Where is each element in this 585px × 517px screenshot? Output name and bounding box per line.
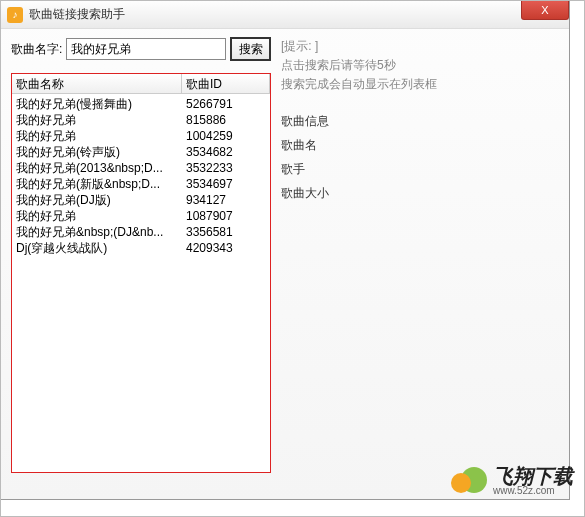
cell-name: 我的好兄弟	[16, 128, 186, 144]
app-window: ♪ 歌曲链接搜索助手 X 歌曲名字: 搜索 歌曲名称 歌曲ID 我的好兄弟(慢摇…	[0, 0, 570, 500]
cell-id: 1087907	[186, 208, 266, 224]
app-icon: ♪	[7, 7, 23, 23]
cell-name: 我的好兄弟(2013&nbsp;D...	[16, 160, 186, 176]
titlebar: ♪ 歌曲链接搜索助手 X	[1, 1, 569, 29]
close-icon: X	[541, 4, 548, 16]
close-button[interactable]: X	[521, 0, 569, 20]
hint-text: [提示: ] 点击搜索后请等待5秒 搜索完成会自动显示在列表框	[281, 37, 559, 95]
info-size: 歌曲大小	[281, 181, 559, 205]
table-row[interactable]: 我的好兄弟(铃声版)3534682	[12, 144, 270, 160]
cell-name: 我的好兄弟	[16, 112, 186, 128]
table-row[interactable]: 我的好兄弟(2013&nbsp;D...3532233	[12, 160, 270, 176]
cell-name: 我的好兄弟(铃声版)	[16, 144, 186, 160]
left-column: 歌曲名字: 搜索 歌曲名称 歌曲ID 我的好兄弟(慢摇舞曲)5266791 我的…	[11, 37, 271, 473]
logo-icon	[451, 463, 487, 499]
cell-id: 3356581	[186, 224, 266, 240]
hint-line: 点击搜索后请等待5秒	[281, 56, 559, 75]
logo-brand: 飞翔下载	[493, 465, 573, 487]
table-header: 歌曲名称 歌曲ID	[12, 74, 270, 94]
cell-id: 1004259	[186, 128, 266, 144]
right-column: [提示: ] 点击搜索后请等待5秒 搜索完成会自动显示在列表框 歌曲信息 歌曲名…	[281, 37, 559, 473]
table-row[interactable]: 我的好兄弟(慢摇舞曲)5266791	[12, 96, 270, 112]
logo-url: www.52z.com	[493, 486, 573, 496]
cell-name: 我的好兄弟	[16, 208, 186, 224]
search-button[interactable]: 搜索	[230, 37, 271, 61]
cell-name: Dj(穿越火线战队)	[16, 240, 186, 256]
cell-id: 3532233	[186, 160, 266, 176]
song-info-panel: 歌曲信息 歌曲名 歌手 歌曲大小	[281, 109, 559, 205]
hint-line: [提示: ]	[281, 37, 559, 56]
cell-name: 我的好兄弟&nbsp;(DJ&nb...	[16, 224, 186, 240]
cell-name: 我的好兄弟(慢摇舞曲)	[16, 96, 186, 112]
logo-text: 飞翔下载 www.52z.com	[493, 466, 573, 496]
table-body: 我的好兄弟(慢摇舞曲)5266791 我的好兄弟815886 我的好兄弟1004…	[12, 94, 270, 258]
hint-line: 搜索完成会自动显示在列表框	[281, 75, 559, 94]
cell-name: 我的好兄弟(DJ版)	[16, 192, 186, 208]
table-row[interactable]: 我的好兄弟(新版&nbsp;D...3534697	[12, 176, 270, 192]
table-row[interactable]: 我的好兄弟(DJ版)934127	[12, 192, 270, 208]
cell-id: 934127	[186, 192, 266, 208]
col-header-id[interactable]: 歌曲ID	[182, 74, 270, 93]
info-song-name: 歌曲名	[281, 133, 559, 157]
content-area: 歌曲名字: 搜索 歌曲名称 歌曲ID 我的好兄弟(慢摇舞曲)5266791 我的…	[1, 29, 569, 481]
cell-name: 我的好兄弟(新版&nbsp;D...	[16, 176, 186, 192]
table-row[interactable]: 我的好兄弟1087907	[12, 208, 270, 224]
table-row[interactable]: 我的好兄弟1004259	[12, 128, 270, 144]
info-heading: 歌曲信息	[281, 109, 559, 133]
info-artist: 歌手	[281, 157, 559, 181]
search-label: 歌曲名字:	[11, 41, 62, 58]
table-row[interactable]: 我的好兄弟815886	[12, 112, 270, 128]
cell-id: 5266791	[186, 96, 266, 112]
search-input[interactable]	[66, 38, 226, 60]
cell-id: 815886	[186, 112, 266, 128]
window-title: 歌曲链接搜索助手	[29, 6, 125, 23]
cell-id: 3534682	[186, 144, 266, 160]
watermark-logo: 飞翔下载 www.52z.com	[451, 463, 573, 499]
result-listbox[interactable]: 歌曲名称 歌曲ID 我的好兄弟(慢摇舞曲)5266791 我的好兄弟815886…	[11, 73, 271, 473]
table-row[interactable]: 我的好兄弟&nbsp;(DJ&nb...3356581	[12, 224, 270, 240]
col-header-name[interactable]: 歌曲名称	[12, 74, 182, 93]
cell-id: 3534697	[186, 176, 266, 192]
search-row: 歌曲名字: 搜索	[11, 37, 271, 61]
table-row[interactable]: Dj(穿越火线战队)4209343	[12, 240, 270, 256]
cell-id: 4209343	[186, 240, 266, 256]
